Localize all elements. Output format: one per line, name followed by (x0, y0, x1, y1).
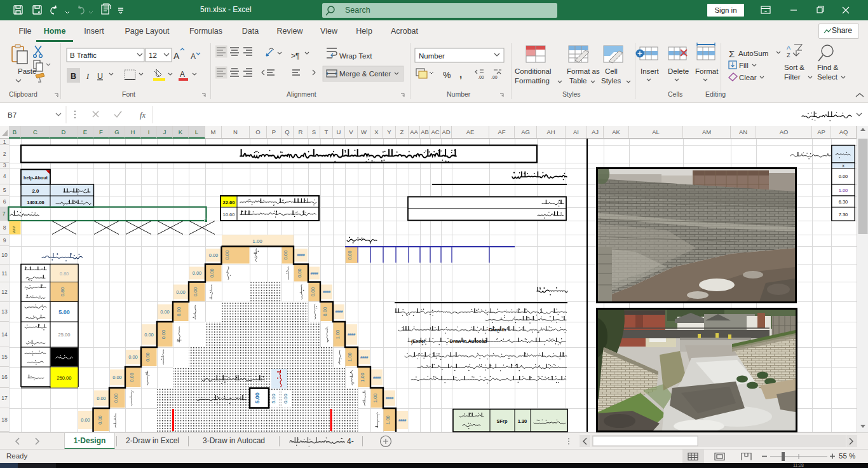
svg-text:0.00: 0.00 (310, 287, 316, 297)
svg-text:1.00: 1.00 (839, 188, 848, 193)
svg-text:Draw in Autocad: Draw in Autocad (450, 338, 487, 344)
svg-text:0.00: 0.00 (161, 330, 166, 340)
svg-text:####: #### (348, 332, 356, 336)
svg-text:0.00: 0.00 (839, 174, 848, 179)
svg-text:6.30: 6.30 (839, 199, 848, 205)
svg-text:####: #### (386, 396, 394, 400)
svg-text:SFrp: SFrp (496, 418, 508, 424)
svg-text:0.00: 0.00 (209, 252, 219, 258)
svg-text:1403-06: 1403-06 (27, 200, 44, 205)
svg-text:####: #### (398, 418, 407, 422)
svg-text:1.00: 1.00 (372, 394, 378, 403)
svg-text:0.00: 0.00 (297, 268, 302, 278)
svg-text:0.00: 0.00 (347, 251, 353, 260)
svg-text:####: #### (336, 309, 344, 313)
svg-text:0.00: 0.00 (193, 287, 198, 297)
svg-text:0.00: 0.00 (145, 352, 151, 362)
svg-text:0.80: 0.80 (60, 287, 65, 297)
svg-text:0.00: 0.00 (193, 270, 202, 276)
svg-text:####: #### (373, 375, 381, 380)
svg-text:0.00: 0.00 (112, 375, 122, 380)
svg-text:0.00: 0.00 (322, 307, 328, 317)
svg-text:22.60: 22.60 (223, 200, 235, 205)
svg-text:4-: 4- (347, 437, 354, 446)
svg-text:0.00: 0.00 (224, 251, 230, 260)
svg-text:0.00: 0.00 (160, 309, 170, 315)
svg-text:Draw in: Draw in (489, 327, 506, 333)
svg-text:5.00: 5.00 (254, 392, 261, 404)
svg-text:####: #### (297, 252, 306, 257)
svg-text:0.00: 0.00 (128, 354, 138, 360)
svg-text:0.00: 0.00 (97, 415, 103, 425)
svg-text:1.00: 1.00 (335, 330, 341, 340)
svg-text:####: #### (323, 289, 331, 294)
svg-text:0.00: 0.00 (283, 251, 289, 260)
svg-text:5.00: 5.00 (271, 394, 276, 404)
svg-text:1.00: 1.00 (360, 373, 365, 382)
svg-text:(Excel: (Excel (411, 338, 425, 344)
svg-text:0.00: 0.00 (113, 394, 119, 403)
svg-text:0.80: 0.80 (60, 271, 69, 277)
svg-text:1.30: 1.30 (518, 418, 527, 424)
svg-text:###: ### (12, 226, 16, 233)
svg-text:x: x (842, 163, 844, 169)
svg-text:0.00: 0.00 (283, 394, 288, 404)
svg-text:5.00: 5.00 (58, 309, 70, 315)
svg-text:2.0: 2.0 (32, 188, 39, 194)
svg-text:0.00: 0.00 (81, 417, 90, 423)
svg-text:0.00: 0.00 (176, 289, 186, 295)
svg-text:1.00: 1.00 (385, 415, 391, 425)
svg-text:0.00: 0.00 (177, 307, 182, 317)
svg-text:####: #### (360, 355, 369, 359)
svg-text:1.00: 1.00 (347, 352, 353, 362)
svg-text:0.00: 0.00 (144, 332, 154, 338)
svg-text:25.00: 25.00 (58, 332, 71, 338)
svg-text:0.00: 0.00 (129, 373, 135, 382)
svg-text:250.00: 250.00 (57, 375, 72, 381)
svg-text:7.30: 7.30 (839, 212, 848, 217)
svg-text:help-About: help-About (24, 175, 48, 181)
svg-text:0.00: 0.00 (209, 268, 215, 278)
svg-text:####: #### (311, 271, 319, 275)
svg-text:0.00: 0.00 (97, 396, 106, 401)
svg-text:10.60: 10.60 (223, 212, 235, 217)
svg-text:1.00: 1.00 (252, 238, 262, 244)
